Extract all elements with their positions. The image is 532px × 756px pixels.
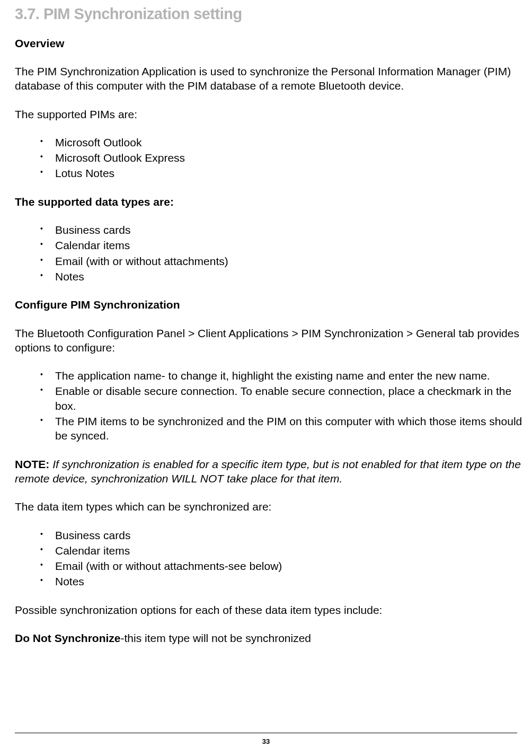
list-item: The application name- to change it, high… bbox=[40, 368, 524, 383]
list-item: Calendar items bbox=[40, 543, 524, 558]
footer-divider bbox=[15, 733, 517, 733]
do-not-sync-text: -this item type will not be synchronized bbox=[121, 632, 312, 644]
list-item: Notes bbox=[40, 574, 524, 588]
options-para: Possible synchronization options for eac… bbox=[15, 603, 524, 617]
list-item: Microsoft Outlook bbox=[40, 135, 524, 150]
list-item: Email (with or without attachments-see b… bbox=[40, 559, 524, 573]
note-paragraph: NOTE: If synchronization is enabled for … bbox=[15, 457, 524, 486]
data-types-list: Business cards Calendar items Email (wit… bbox=[15, 223, 524, 284]
do-not-sync-line: Do Not Synchronize-this item type will n… bbox=[15, 631, 524, 645]
do-not-sync-label: Do Not Synchronize bbox=[15, 632, 121, 644]
overview-para-1: The PIM Synchronization Application is u… bbox=[15, 64, 524, 93]
list-item: The PIM items to be synchronized and the… bbox=[40, 414, 524, 443]
note-label: NOTE: bbox=[15, 458, 49, 470]
configure-list: The application name- to change it, high… bbox=[15, 368, 524, 443]
list-item: Notes bbox=[40, 269, 524, 284]
configure-para: The Bluetooth Configuration Panel > Clie… bbox=[15, 326, 524, 355]
list-item: Microsoft Outlook Express bbox=[40, 151, 524, 165]
sync-items-list: Business cards Calendar items Email (wit… bbox=[15, 528, 524, 589]
overview-heading: Overview bbox=[15, 36, 524, 50]
list-item: Business cards bbox=[40, 528, 524, 542]
overview-para-2: The supported PIMs are: bbox=[15, 107, 524, 121]
list-item: Enable or disable secure connection. To … bbox=[40, 384, 524, 413]
configure-heading: Configure PIM Synchronization bbox=[15, 297, 524, 312]
page-footer: 33 bbox=[0, 733, 532, 746]
list-item: Business cards bbox=[40, 223, 524, 237]
note-text: If synchronization is enabled for a spec… bbox=[15, 458, 521, 485]
page-number: 33 bbox=[0, 737, 532, 746]
pim-list: Microsoft Outlook Microsoft Outlook Expr… bbox=[15, 135, 524, 181]
list-item: Email (with or without attachments) bbox=[40, 254, 524, 268]
data-types-heading: The supported data types are: bbox=[15, 195, 524, 209]
list-item: Lotus Notes bbox=[40, 166, 524, 180]
sync-items-para: The data item types which can be synchro… bbox=[15, 499, 524, 514]
list-item: Calendar items bbox=[40, 238, 524, 252]
section-title: 3.7. PIM Synchronization setting bbox=[15, 4, 524, 24]
